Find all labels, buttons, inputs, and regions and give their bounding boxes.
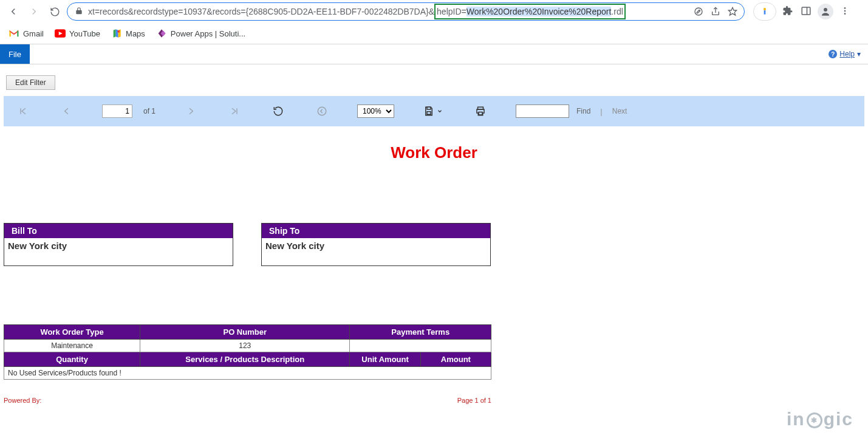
col-terms: Payment Terms xyxy=(350,325,491,340)
bookmark-label: Maps xyxy=(126,29,145,38)
forward-button[interactable] xyxy=(26,3,43,20)
omnibox-actions xyxy=(689,6,738,17)
ship-to-value: New York city xyxy=(262,238,490,265)
bookmark-powerapps[interactable]: Power Apps | Soluti... xyxy=(156,28,245,39)
file-menu[interactable]: File xyxy=(0,44,30,64)
report-viewer-toolbar: of 1 100% Find | Next xyxy=(4,96,864,126)
cell-terms xyxy=(350,340,491,352)
col-wotype: Work Order Type xyxy=(4,325,140,340)
logo-text-pre: in xyxy=(787,409,805,412)
edit-filter-button[interactable]: Edit Filter xyxy=(6,75,55,90)
chevron-down-icon: ▾ xyxy=(857,50,861,58)
col-amount: Amount xyxy=(420,352,491,367)
svg-point-9 xyxy=(844,10,846,12)
chrome-menu-icon[interactable] xyxy=(838,6,852,18)
svg-point-10 xyxy=(844,13,846,15)
app-menu-bar: File ? Help ▾ xyxy=(0,44,868,64)
extensions-icon[interactable] xyxy=(781,5,795,18)
ship-to-header: Ship To xyxy=(262,224,490,238)
url-prefix: xt=records&recordstype=10937&records={26… xyxy=(88,7,434,16)
svg-point-8 xyxy=(844,7,846,9)
back-to-parent-button[interactable] xyxy=(313,103,330,120)
next-page-button[interactable] xyxy=(182,103,199,120)
bill-to-box: Bill To New York city xyxy=(4,223,233,266)
ship-to-box: Ship To New York city xyxy=(261,223,491,266)
lock-icon xyxy=(75,7,83,17)
youtube-icon xyxy=(55,28,66,39)
save-export-button[interactable] xyxy=(421,103,445,120)
bookmark-label: Gmail xyxy=(23,29,44,38)
col-desc: Services / Products Description xyxy=(140,352,350,367)
find-button[interactable]: Find xyxy=(576,107,590,115)
zoom-select[interactable]: 100% xyxy=(357,104,394,118)
logo-text-post: gic xyxy=(824,409,853,412)
filter-area: Edit Filter xyxy=(0,64,868,96)
bookmarks-bar: Gmail YouTube Maps Power Apps | Soluti..… xyxy=(0,23,868,44)
col-qty: Quantity xyxy=(4,352,140,367)
powered-by-label: Powered By: xyxy=(4,397,41,404)
reload-button[interactable] xyxy=(46,3,63,20)
bookmark-youtube[interactable]: YouTube xyxy=(55,28,100,39)
svg-point-3 xyxy=(764,8,766,10)
find-input[interactable] xyxy=(516,104,569,118)
col-ponum: PO Number xyxy=(140,325,350,340)
url-text: xt=records&recordstype=10937&records={26… xyxy=(88,4,689,19)
svg-point-0 xyxy=(695,8,702,15)
cell-ponum: 123 xyxy=(140,340,350,352)
svg-point-7 xyxy=(824,8,827,12)
bill-to-header: Bill To xyxy=(4,224,233,238)
bookmark-gmail[interactable]: Gmail xyxy=(9,28,44,39)
profile-avatar[interactable] xyxy=(818,4,833,19)
help-icon: ? xyxy=(829,50,837,58)
share-icon[interactable] xyxy=(710,6,721,17)
cell-wotype: Maintenance xyxy=(4,340,140,352)
page-of-label: of 1 xyxy=(143,107,155,115)
address-row: Bill To New York city Ship To New York c… xyxy=(4,223,864,266)
work-order-table: Work Order Type PO Number Payment Terms … xyxy=(4,324,491,380)
col-unit: Unit Amount xyxy=(350,352,420,367)
last-page-button[interactable] xyxy=(226,103,243,120)
report-viewport: Work Order Bill To New York city Ship To… xyxy=(4,126,864,412)
address-bar[interactable]: xt=records&recordstype=10937&records={26… xyxy=(67,2,745,21)
url-selected-text: Work%20Order%20Invoice%20Report xyxy=(466,7,612,16)
edit-url-icon[interactable] xyxy=(693,6,704,17)
bookmark-label: YouTube xyxy=(69,29,100,38)
first-page-button[interactable] xyxy=(15,103,32,120)
back-button[interactable] xyxy=(5,3,22,20)
bill-to-value: New York city xyxy=(4,238,233,265)
help-label: Help xyxy=(839,50,855,58)
find-next-button[interactable]: Next xyxy=(612,107,627,115)
svg-rect-21 xyxy=(427,112,431,115)
no-items-cell: No Used Services/Products found ! xyxy=(4,367,491,380)
svg-point-19 xyxy=(318,107,326,115)
table-row: Maintenance 123 xyxy=(4,340,491,352)
gmail-icon xyxy=(9,28,19,39)
url-helpid-label: helpID= xyxy=(437,7,466,16)
print-button[interactable] xyxy=(472,103,489,120)
side-panel-icon[interactable] xyxy=(799,5,813,18)
page-number-input[interactable] xyxy=(102,104,132,118)
report-title: Work Order xyxy=(4,143,864,162)
bookmark-label: Power Apps | Soluti... xyxy=(171,29,245,38)
help-menu[interactable]: ? Help ▾ xyxy=(821,44,868,64)
prev-page-button[interactable] xyxy=(58,103,75,120)
svg-rect-4 xyxy=(764,10,766,15)
svg-rect-20 xyxy=(427,107,431,109)
bookmark-maps[interactable]: Maps xyxy=(111,28,145,39)
url-highlight-box: helpID= Work%20Order%20Invoice%20Report … xyxy=(434,4,626,19)
powerapps-icon xyxy=(156,28,167,39)
bookmark-star-icon[interactable] xyxy=(727,6,738,17)
svg-rect-23 xyxy=(479,112,482,115)
page-info-label: Page 1 of 1 xyxy=(457,397,491,404)
table-row-noitems: No Used Services/Products found ! xyxy=(4,367,491,380)
refresh-button[interactable] xyxy=(270,103,287,120)
report-footer: Powered By: Page 1 of 1 xyxy=(4,397,491,404)
url-suffix: .rdl xyxy=(611,7,623,16)
extension-pill[interactable] xyxy=(753,2,776,21)
inogic-watermark: in ✱ gic xyxy=(787,409,853,412)
find-divider: | xyxy=(600,107,602,116)
browser-right-controls xyxy=(753,2,852,21)
report-scroll-area[interactable]: Work Order Bill To New York city Ship To… xyxy=(4,126,864,412)
browser-toolbar: xt=records&recordstype=10937&records={26… xyxy=(0,0,868,23)
svg-rect-5 xyxy=(802,7,810,15)
